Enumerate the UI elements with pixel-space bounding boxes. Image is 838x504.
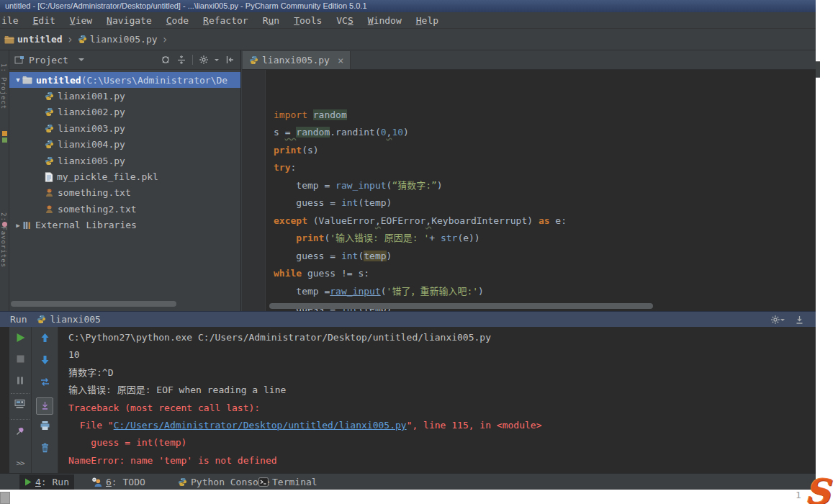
- soft-wrap-button[interactable]: [32, 377, 58, 389]
- menu-navigate[interactable]: Navigate: [99, 12, 159, 29]
- python-icon: [45, 124, 54, 133]
- pause-output-button[interactable]: [9, 376, 31, 387]
- project-panel-icon: [14, 55, 24, 65]
- collapse-all-icon[interactable]: [176, 55, 186, 65]
- collapsed-arrow-icon[interactable]: ▶: [14, 222, 22, 229]
- traceback-file-link[interactable]: C:/Users/Administrator/Desktop/untitled/…: [114, 420, 407, 431]
- expanded-arrow-icon[interactable]: ▼: [14, 76, 22, 84]
- chevron-right-icon: ›: [162, 33, 168, 46]
- tree-item-my-pickle-file-pkl[interactable]: my_pickle_file.pkl: [9, 168, 240, 184]
- menu-ile[interactable]: ile: [0, 12, 25, 29]
- console-output: C:\Python27\python.exe C:/Users/Administ…: [58, 327, 816, 469]
- python-icon: [45, 140, 54, 149]
- project-panel-title[interactable]: Project: [29, 55, 68, 66]
- txtapp-icon: [45, 204, 54, 214]
- menu-run[interactable]: Run: [256, 12, 287, 29]
- divider: [11, 419, 30, 420]
- chevron-right-icon: ›: [67, 33, 73, 46]
- python-icon: [45, 156, 54, 166]
- tree-item-untitled[interactable]: ▼untitled (C:\Users\Administrator\De: [9, 72, 240, 88]
- show-console-button[interactable]: [9, 399, 31, 411]
- print-button[interactable]: [32, 420, 58, 433]
- python-icon: [249, 55, 258, 65]
- code-area[interactable]: import randoms = random.randint(0,10)pri…: [266, 89, 567, 311]
- code-line: except (ValueError,EOFError,KeyboardInte…: [274, 212, 567, 230]
- run-tool-window: Run lianxi005: [0, 311, 816, 473]
- code-line: print(s): [274, 142, 567, 160]
- menu-help[interactable]: Help: [409, 12, 446, 29]
- project-hscrollbar[interactable]: [11, 301, 176, 307]
- pycharm-window: untitled - [C:/Users/Administrator/Deskt…: [0, 0, 816, 490]
- pin-tab-button[interactable]: [9, 426, 31, 438]
- toolwindow-button-4-run[interactable]: 4: Run: [19, 474, 74, 490]
- gear-icon[interactable]: [199, 55, 209, 65]
- run-console[interactable]: C:\Python27\python.exe C:/Users/Administ…: [58, 327, 816, 473]
- close-icon[interactable]: ×: [338, 57, 343, 64]
- desktop-fragment: [0, 492, 10, 504]
- console-line: 输入错误: 原因是: EOF when reading a line: [68, 382, 816, 399]
- stop-button[interactable]: [9, 354, 31, 366]
- menu-refactor[interactable]: Refactor: [196, 12, 256, 29]
- tree-item-label: something2.txt: [58, 204, 137, 215]
- hide-window-icon[interactable]: [795, 315, 804, 325]
- screen: untitled - [C:/Users/Administrator/Deskt…: [0, 0, 838, 504]
- tree-item-external-libraries[interactable]: ▶External Libraries: [9, 217, 240, 233]
- python-icon: [178, 477, 187, 487]
- clear-all-button[interactable]: [32, 443, 58, 455]
- project-panel-header: Project: [9, 50, 240, 70]
- editor-hscrollbar[interactable]: [269, 303, 653, 309]
- scroll-from-source-icon[interactable]: [161, 55, 171, 65]
- toolwindow-button-6-todo[interactable]: 6: TODO: [86, 474, 150, 490]
- console-line: Traceback (most recent call last):: [68, 400, 816, 417]
- tool-strip-badge: [2, 138, 7, 143]
- tree-item-lianxi001-py[interactable]: lianxi001.py: [9, 88, 240, 104]
- code-line: temp =raw_input('错了，重新输入吧:'): [274, 283, 567, 301]
- tree-item-lianxi002-py[interactable]: lianxi002.py: [9, 104, 240, 120]
- menu-window[interactable]: Window: [361, 12, 409, 29]
- console-line: File "C:/Users/Administrator/Desktop/unt…: [68, 417, 816, 434]
- up-stacktrace-button[interactable]: [32, 333, 58, 345]
- down-stacktrace-button[interactable]: [32, 355, 58, 367]
- code-line: temp = raw_input(“猜数字:”): [274, 177, 567, 195]
- tree-root-label: untitled: [36, 75, 81, 86]
- tree-item-label: lianxi005.py: [58, 156, 125, 166]
- page-icon: [45, 172, 53, 182]
- editor-tab-label: lianxi005.py: [262, 55, 330, 66]
- breadcrumb-item[interactable]: lianxi005.py: [90, 34, 158, 45]
- run-toolbar-left: >>: [9, 327, 32, 473]
- overlay-count: 1: [796, 490, 801, 500]
- todo-icon: [91, 477, 102, 487]
- chevron-down-icon[interactable]: [78, 58, 84, 64]
- run-header: Run lianxi005: [0, 311, 816, 327]
- tree-item-label: lianxi001.py: [58, 91, 125, 102]
- menu-view[interactable]: View: [63, 12, 99, 29]
- scroll-to-end-button[interactable]: [36, 397, 53, 415]
- terminal-icon: [258, 477, 269, 487]
- chevron-down-icon: [780, 319, 785, 323]
- hide-panel-icon[interactable]: [225, 55, 235, 65]
- tree-item-lianxi005-py[interactable]: lianxi005.py: [9, 153, 240, 168]
- tree-item-label: my_pickle_file.pkl: [57, 171, 158, 182]
- menu-code[interactable]: Code: [159, 12, 196, 29]
- breadcrumb: untitled›lianxi005.py›: [4, 29, 170, 50]
- tree-item-lianxi003-py[interactable]: lianxi003.py: [9, 120, 240, 136]
- editor-tab-lianxi005[interactable]: lianxi005.py ×: [243, 51, 351, 69]
- txtapp-icon: [45, 188, 54, 197]
- menu-edit[interactable]: Edit: [25, 12, 62, 29]
- toolwindow-button-terminal[interactable]: Terminal: [253, 474, 323, 490]
- tree-item-lianxi004-py[interactable]: lianxi004.py: [9, 137, 240, 153]
- rerun-button[interactable]: [9, 333, 31, 345]
- menu-vcs[interactable]: VCS: [329, 12, 360, 29]
- menu-tools[interactable]: Tools: [287, 12, 329, 29]
- more-options-button[interactable]: >>: [9, 459, 31, 468]
- tree-item-something-txt[interactable]: something.txt: [9, 185, 240, 201]
- code-line: [274, 89, 567, 107]
- console-line: C:\Python27\python.exe C:/Users/Administ…: [68, 329, 816, 346]
- tree-item-label: External Libraries: [35, 220, 137, 230]
- overlay-logo: S: [805, 472, 830, 504]
- run-settings[interactable]: [770, 315, 785, 325]
- tree-item-something2-txt[interactable]: something2.txt: [9, 201, 240, 217]
- breadcrumb-item[interactable]: untitled: [17, 34, 63, 45]
- editor-content[interactable]: import randoms = random.randint(0,10)pri…: [242, 70, 816, 311]
- run-tab-lianxi005[interactable]: lianxi005: [37, 314, 100, 325]
